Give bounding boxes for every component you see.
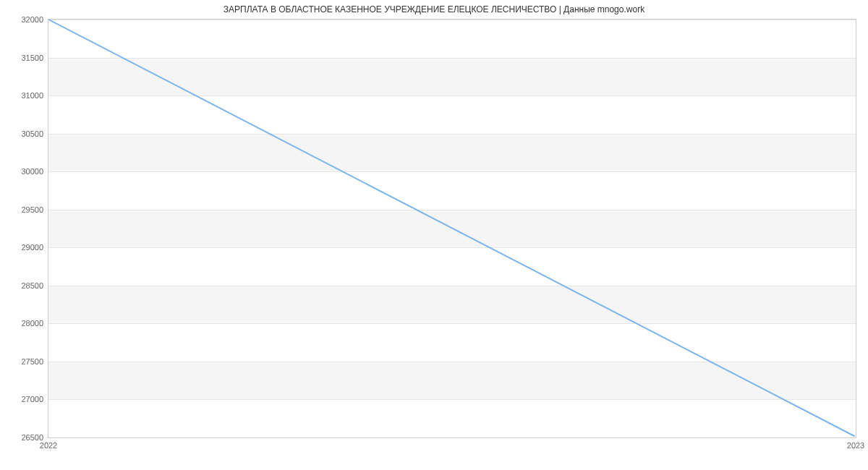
- y-tick-label: 30000: [4, 167, 43, 176]
- x-tick-label: 2022: [40, 441, 57, 450]
- salary-line-chart: ЗАРПЛАТА В ОБЛАСТНОЕ КАЗЕННОЕ УЧРЕЖДЕНИЕ…: [0, 0, 868, 470]
- y-tick-label: 30500: [4, 129, 43, 138]
- chart-title: ЗАРПЛАТА В ОБЛАСТНОЕ КАЗЕННОЕ УЧРЕЖДЕНИЕ…: [0, 4, 868, 14]
- y-tick-label: 27000: [4, 395, 43, 403]
- y-tick-label: 31000: [4, 91, 43, 100]
- y-tick-label: 31500: [4, 54, 43, 62]
- series-line: [48, 20, 854, 436]
- x-tick-label: 2023: [847, 441, 864, 450]
- plot-area: [48, 19, 856, 438]
- y-tick-label: 27500: [4, 357, 43, 366]
- line-layer: [48, 20, 856, 437]
- y-tick-label: 32000: [4, 15, 43, 24]
- y-tick-label: 29000: [4, 243, 43, 252]
- y-tick-label: 26500: [4, 433, 43, 442]
- y-tick-label: 28000: [4, 319, 43, 328]
- y-tick-label: 29500: [4, 205, 43, 214]
- y-tick-label: 28500: [4, 281, 43, 290]
